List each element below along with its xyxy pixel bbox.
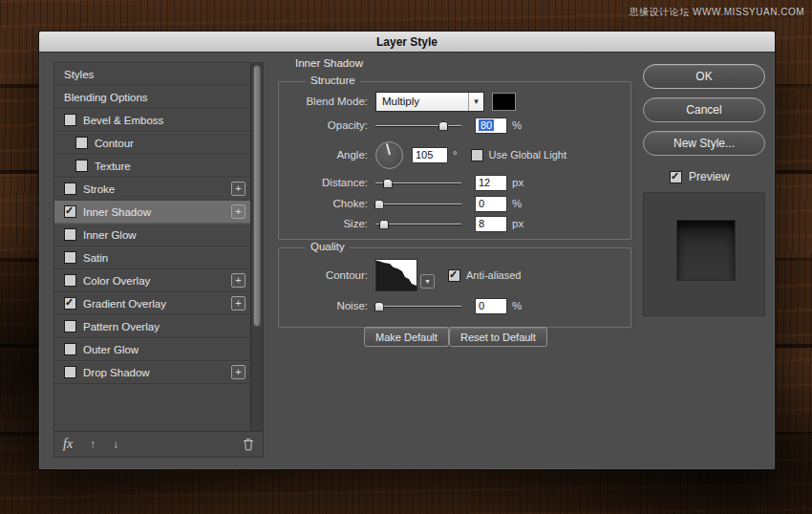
dialog-titlebar[interactable]: Layer Style [39,32,775,53]
checkbox-checked-icon[interactable] [64,297,76,310]
angle-needle [385,143,390,155]
add-effect-instance-icon[interactable]: + [231,365,246,379]
panel-heading: Inner Shadow [295,57,363,69]
style-item-color-overlay[interactable]: Color Overlay+ [54,269,250,292]
move-up-icon[interactable]: ↑ [90,438,96,451]
anti-aliased-checkbox[interactable]: Anti-aliased [448,269,521,282]
style-item-label: Drop Shadow [83,367,150,378]
size-unit: px [512,218,524,229]
add-effect-instance-icon[interactable]: + [231,273,246,288]
checkbox-icon[interactable] [64,182,76,195]
checkbox-checked-icon[interactable] [448,269,460,282]
noise-unit: % [512,300,522,311]
checkbox-icon[interactable] [64,343,76,355]
quality-legend: Quality [306,241,350,252]
style-item-gradient-overlay[interactable]: Gradient Overlay+ [54,292,250,315]
angle-input[interactable]: 105 [412,147,448,163]
opacity-slider[interactable] [375,119,461,132]
fx-icon[interactable]: fx [63,437,73,452]
distance-row: Distance: 12 px [279,175,623,190]
make-default-button[interactable]: Make Default [364,327,449,347]
opacity-input[interactable]: 80 [475,118,507,134]
style-item-label: Contour [95,138,134,149]
checkbox-icon[interactable] [64,366,76,378]
style-item-styles[interactable]: Styles [54,63,250,86]
use-global-light-label: Use Global Light [489,149,566,161]
scrollbar-thumb[interactable] [253,65,261,327]
choke-slider[interactable] [375,198,461,210]
add-effect-instance-icon[interactable]: + [231,182,246,196]
chevron-down-icon: ▾ [468,93,483,111]
style-item-label: Satin [83,252,108,264]
style-item-inner-glow[interactable]: Inner Glow [54,224,250,246]
reset-to-default-button[interactable]: Reset to Default [449,327,547,347]
blend-mode-select[interactable]: Multiply ▾ [375,92,484,112]
add-effect-instance-icon[interactable]: + [231,296,246,311]
choke-unit: % [512,198,522,209]
distance-input[interactable]: 12 [475,175,507,191]
style-item-label: Blending Options [64,92,148,103]
style-item-outer-glow[interactable]: Outer Glow [54,338,250,361]
distance-unit: px [512,177,524,188]
style-item-stroke[interactable]: Stroke+ [54,178,250,201]
angle-dial[interactable] [375,141,403,169]
slider-thumb[interactable] [379,220,389,229]
style-item-satin[interactable]: Satin [54,246,250,269]
contour-thumbnail[interactable] [375,259,417,291]
contour-label: Contour: [279,269,375,281]
use-global-light-checkbox[interactable]: Use Global Light [471,149,566,161]
style-item-label: Bevel & Emboss [83,115,163,126]
choke-input[interactable]: 0 [475,196,507,212]
checkbox-icon[interactable] [64,114,76,126]
add-effect-instance-icon[interactable]: + [231,204,246,219]
style-item-blending-options[interactable]: Blending Options [54,86,250,109]
angle-value: 105 [416,149,433,161]
slider-thumb[interactable] [383,179,393,188]
styles-scrollbar[interactable] [250,63,263,431]
style-item-bevel-emboss[interactable]: Bevel & Emboss [54,109,250,132]
checkbox-icon[interactable] [471,149,483,161]
style-item-pattern-overlay[interactable]: Pattern Overlay [54,315,250,338]
distance-value: 12 [479,177,490,188]
style-item-label: Stroke [83,183,115,195]
angle-row: Angle: 105 ° Use Global Light [279,141,623,168]
preview-checkbox[interactable]: Preview [670,170,730,183]
style-item-contour[interactable]: Contour [54,132,250,155]
checkbox-checked-icon[interactable] [670,171,682,183]
checkbox-icon[interactable] [75,137,88,149]
size-row: Size: 8 px [279,216,623,231]
noise-label: Noise: [279,300,375,311]
ok-button[interactable]: OK [643,64,765,89]
style-item-drop-shadow[interactable]: Drop Shadow+ [54,361,250,384]
noise-input[interactable]: 0 [475,298,507,314]
checkbox-icon[interactable] [64,274,76,287]
checkbox-checked-icon[interactable] [64,205,76,218]
style-item-label: Outer Glow [83,344,139,355]
size-slider[interactable] [375,218,461,230]
checkbox-icon[interactable] [64,320,76,332]
size-input[interactable]: 8 [475,216,507,232]
desktop-background: 思缘设计论坛 WWW.MISSYUAN.COM Layer Style Styl… [0,0,812,514]
new-style-button[interactable]: New Style... [643,131,765,156]
contour-picker-arrow-icon[interactable]: ▾ [420,274,435,289]
quality-group: Quality Contour: ▾ Anti-aliased Noise: [278,247,631,328]
checkbox-icon[interactable] [75,160,88,172]
slider-thumb[interactable] [438,121,448,131]
style-item-label: Inner Glow [83,229,137,241]
choke-row: Choke: 0 % [279,196,623,211]
style-item-inner-shadow[interactable]: Inner Shadow+ [54,201,250,224]
choke-value: 0 [479,198,484,209]
distance-slider[interactable] [375,177,461,189]
angle-label: Angle: [279,149,375,161]
checkbox-icon[interactable] [64,251,76,264]
slider-thumb[interactable] [374,302,384,311]
slider-thumb[interactable] [374,200,384,209]
shadow-color-swatch[interactable] [492,93,516,111]
anti-aliased-label: Anti-aliased [466,269,521,281]
checkbox-icon[interactable] [64,228,76,241]
noise-slider[interactable] [375,300,461,312]
delete-style-icon[interactable] [243,438,254,451]
move-down-icon[interactable]: ↓ [113,438,118,451]
cancel-button[interactable]: Cancel [643,97,765,122]
style-item-texture[interactable]: Texture [54,155,250,178]
